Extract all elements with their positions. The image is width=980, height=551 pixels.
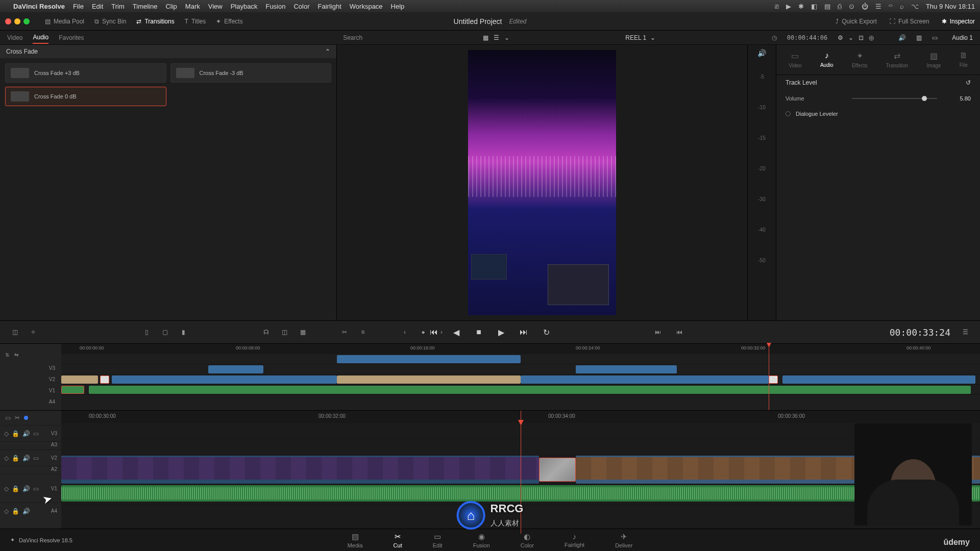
subtab-favorites[interactable]: Favorites: [59, 32, 84, 43]
volume-slider[interactable]: [852, 98, 937, 99]
tool-icon[interactable]: ⇆: [14, 352, 18, 358]
go-start-button[interactable]: ⏮: [427, 325, 440, 339]
control-center-icon[interactable]: ⌥: [911, 3, 919, 10]
full-screen-button[interactable]: ⛶Full Screen: [889, 18, 929, 25]
quick-export-button[interactable]: ⤴Quick Export: [836, 18, 877, 25]
tool-icon[interactable]: ▭: [5, 414, 11, 421]
status-icon[interactable]: ⊙: [849, 3, 854, 10]
inspector-tab-file[interactable]: 🗎File: [960, 51, 968, 68]
wifi-icon[interactable]: ⌔: [889, 3, 893, 10]
track-header-a2[interactable]: A2: [0, 466, 61, 474]
menu-help[interactable]: Help: [391, 3, 405, 10]
mini-ruler[interactable]: 00:00:00:00 00:00:08:00 00:00:16:00 00:0…: [61, 344, 980, 354]
chevron-down-icon[interactable]: ⌄: [848, 34, 853, 41]
reel-name[interactable]: REEL 1: [625, 34, 646, 41]
subtab-audio[interactable]: Audio: [33, 32, 48, 44]
snap-indicator[interactable]: [24, 416, 28, 420]
page-fusion[interactable]: ◉Fusion: [473, 532, 490, 548]
audio-clip-selected[interactable]: [61, 386, 84, 394]
speaker-icon[interactable]: 🔊: [748, 49, 776, 57]
menu-playback[interactable]: Playback: [231, 3, 258, 10]
crossfade-section[interactable]: Cross Fade ⌃: [0, 45, 336, 58]
tool-icon[interactable]: ☊: [259, 325, 273, 339]
status-icon[interactable]: ⎚: [775, 3, 779, 10]
fullscreen-window-button[interactable]: [23, 18, 30, 24]
clip[interactable]: [576, 365, 677, 373]
menu-view[interactable]: View: [208, 3, 223, 10]
titles-tab[interactable]: TTitles: [185, 18, 206, 25]
clip[interactable]: [782, 375, 975, 384]
crossfade--3db[interactable]: Cross Fade -3 dB: [170, 63, 332, 83]
status-icon[interactable]: ☰: [875, 3, 881, 10]
menu-icon[interactable]: ☰: [959, 325, 972, 339]
menu-workspace[interactable]: Workspace: [350, 3, 383, 10]
page-deliver[interactable]: ✈Deliver: [615, 532, 632, 548]
status-icon[interactable]: ⏻: [862, 3, 868, 10]
video-clip[interactable]: [61, 456, 539, 484]
stop-button[interactable]: ■: [472, 325, 485, 339]
inspector-tab-audio[interactable]: ♪Audio: [820, 51, 834, 68]
menu-edit[interactable]: Edit: [92, 3, 103, 10]
tool-icon[interactable]: ▭: [932, 34, 938, 41]
status-icon[interactable]: ▤: [824, 3, 830, 10]
effects-tab[interactable]: ✦Effects: [216, 18, 242, 25]
dialogue-leveler-toggle[interactable]: [786, 111, 791, 116]
sync-bin-tab[interactable]: ⧉Sync Bin: [94, 18, 126, 25]
close-window-button[interactable]: [5, 18, 11, 24]
track-header-v2[interactable]: ◇🔒🔊▭V2: [0, 449, 61, 466]
crossfade-0db[interactable]: Cross Fade 0 dB: [5, 87, 166, 106]
viewer[interactable]: [337, 45, 747, 320]
reset-icon[interactable]: ↺: [966, 79, 971, 86]
tool-icon[interactable]: ◎: [869, 34, 874, 41]
tool-icon[interactable]: ◫: [8, 325, 21, 339]
menu-color[interactable]: Color: [293, 3, 309, 10]
inspector-tab-image[interactable]: ▧Image: [927, 51, 941, 68]
inspector-tab-transition[interactable]: ⇄Transition: [886, 51, 909, 68]
track-label-a4[interactable]: A4: [3, 399, 58, 405]
menu-fusion[interactable]: Fusion: [265, 3, 285, 10]
menu-timeline[interactable]: Timeline: [133, 3, 158, 10]
tool-icon[interactable]: ✧: [27, 325, 40, 339]
page-fairlight[interactable]: ♪Fairlight: [565, 532, 584, 548]
clip-selected[interactable]: [769, 375, 778, 384]
tool-icon[interactable]: ⇅: [5, 352, 9, 358]
menu-clip[interactable]: Clip: [165, 3, 177, 10]
next-frame-button[interactable]: ⏭: [517, 325, 530, 339]
page-edit[interactable]: ▭Edit: [433, 532, 443, 548]
tool-icon[interactable]: ▥: [916, 34, 922, 41]
volume-value[interactable]: 5.80: [942, 95, 971, 102]
prev-frame-button[interactable]: ◀: [450, 325, 463, 339]
view-icon[interactable]: ☰: [494, 34, 499, 41]
search-icon[interactable]: ⌕: [900, 3, 904, 10]
go-end-button[interactable]: ⏭: [651, 325, 665, 339]
menu-trim[interactable]: Trim: [111, 3, 125, 10]
tool-icon[interactable]: ✂: [338, 325, 351, 339]
tool-icon[interactable]: ▮: [177, 325, 190, 339]
menu-fairlight[interactable]: Fairlight: [318, 3, 341, 10]
track-label-v2[interactable]: V2: [3, 377, 58, 382]
chevron-down-icon[interactable]: ⌄: [650, 34, 655, 41]
clip[interactable]: [208, 365, 263, 373]
track-label-v3[interactable]: V3: [3, 365, 58, 371]
search-input[interactable]: Search: [343, 34, 362, 41]
clip[interactable]: [61, 375, 98, 384]
tool-icon[interactable]: ≡: [356, 325, 370, 339]
app-name[interactable]: DaVinci Resolve: [13, 3, 65, 10]
track-header-v3[interactable]: ◇🔒🔊▭V3: [0, 425, 61, 441]
page-color[interactable]: ◐Color: [521, 532, 534, 548]
view-icon[interactable]: ▦: [483, 34, 488, 41]
inspector-tab-effects[interactable]: ✦Effects: [852, 51, 867, 68]
track-label-v1[interactable]: V1: [3, 388, 58, 393]
inspector-button[interactable]: ✱Inspector: [942, 18, 975, 25]
razor-icon[interactable]: ✂: [15, 414, 20, 421]
loop-button[interactable]: ↻: [540, 325, 553, 339]
play-button[interactable]: ▶: [495, 325, 508, 339]
inspector-tab-video[interactable]: ▭Video: [789, 51, 801, 68]
tool-icon[interactable]: ⚙: [838, 34, 843, 41]
page-cut[interactable]: ✂Cut: [394, 532, 402, 548]
clip[interactable]: [112, 375, 337, 384]
audio-clip[interactable]: [89, 386, 971, 394]
transitions-tab[interactable]: ⇄Transitions: [136, 18, 174, 25]
playhead-timecode[interactable]: 00:00:33:24: [890, 327, 950, 338]
transition-clip[interactable]: [539, 458, 576, 482]
